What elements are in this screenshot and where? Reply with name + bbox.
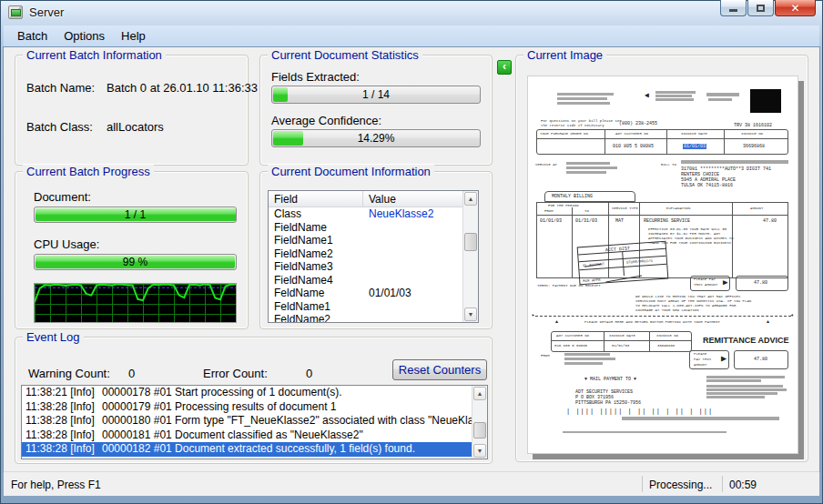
scrollbar-thumb[interactable] [464,233,477,251]
doc-amount-header: AMOUNT [750,207,763,211]
doc-invoice-no: 36696868 [743,144,765,149]
menu-batch[interactable]: Batch [9,26,56,45]
redacted-logo [750,89,781,113]
field-cell: FeldName1 [269,300,363,314]
value-cell: 01/01/03 [363,287,417,300]
fields-extracted-label: Fields Extracted: [271,70,360,84]
app-icon [8,5,23,19]
scroll-down-icon[interactable]: ▼ [464,307,477,321]
scroll-down-icon[interactable]: ▼ [473,444,486,458]
value-cell: NeueKlasse2 [363,207,439,221]
scrollbar-thumb[interactable] [473,422,486,438]
batch-name-label: Batch Name: [26,81,95,95]
doc-customer-no: 010 805 5 08085 [554,344,587,348]
doc-explanation-header: EXPLANATION [666,207,690,211]
table-row[interactable]: FeldName1 [269,300,462,314]
table-row[interactable]: FieldName [269,221,462,235]
field-cell: FieldName2 [269,247,363,261]
value-cell [363,300,374,314]
event-log-title: Event Log [23,330,84,344]
batch-class-value: allLocators [107,120,164,134]
status-help-text: For help, Press F1 [5,476,107,493]
field-cell: FeldName [269,287,363,300]
log-scrollbar[interactable]: ▲ ▼ [472,386,487,459]
doc-pay-box: PLEASE [694,352,706,357]
doc-col-header: INVOICE DATE [609,334,635,338]
menu-help[interactable]: Help [113,26,154,45]
doc-period-header: FOR THE PERIOD [548,204,579,208]
table-row[interactable]: FieldName2 [269,247,462,261]
avg-confidence-label: Average Confidence: [271,114,381,127]
table-row[interactable]: FieldName4 [269,274,462,287]
log-time: 11:38:28 [Info] [22,428,98,443]
column-field[interactable]: Field [269,191,363,207]
table-row[interactable]: FeldName2 [269,313,462,322]
arrow-up-icon: ▲ [767,319,769,325]
doc-pay-box: PAY THIS [694,358,711,362]
error-count-label: Error Count: [203,367,268,380]
doc-invoice-no: 36696868 [657,344,675,348]
log-entry-selected[interactable]: 11:38:28 [Info]00000182 #01 Document ext… [22,442,487,457]
fields-extracted-progressbar: 1 / 14 [271,86,481,104]
table-body: ClassNeueKlasse2 FieldName FieldName1 Fi… [269,207,462,322]
log-entry[interactable]: 11:38:28 [Info]00000180 #01 Form type "F… [22,414,487,428]
doc-col-header: INVOICE NO [741,132,763,136]
field-cell: FeldName2 [269,313,363,322]
collapse-panel-button[interactable]: ‹ [497,60,512,75]
status-processing-text: Processing... [644,476,717,493]
document-progress-value: 1 / 1 [35,207,236,222]
doc-row-amount: 47.80 [763,218,777,224]
doc-service-at: SERVICE AT [535,163,557,167]
doc-amount: 47.80 [754,280,767,286]
scroll-up-icon[interactable]: ▲ [464,192,477,206]
log-message: 00000182 #01 Document extracted successf… [98,442,415,457]
doc-col-header: ADT CUSTOMER NO [615,132,648,136]
doc-bill-to: BILL TO [661,163,676,167]
table-row[interactable]: ClassNeueKlasse2 [269,207,462,221]
client-area: Current Batch Information Batch Name: Ba… [4,47,819,471]
doc-invoice-date: 01/01/03 [612,344,629,348]
table-scrollbar[interactable]: ▲ ▼ [462,191,478,322]
value-cell [363,247,374,261]
doc-pay-box: AMOUNT [694,363,706,368]
arrow-right-icon: ▶ [721,354,726,366]
title-bar[interactable]: Server ✕ [0,0,823,25]
column-value[interactable]: Value [363,191,401,207]
doc-col-header: YOUR PURCHASE ORDER NO [540,132,588,136]
scroll-up-icon[interactable]: ▲ [473,387,486,400]
doc-remind-note: WE WOULD LIKE TO REMIND YOU THAT ADT HAS… [635,295,752,313]
batch-progress-title: Current Batch Progress [23,165,154,178]
log-entry[interactable]: 11:38:28 [Info]00000181 #01 Document cla… [22,428,487,443]
doc-customer-no: 010 805 5 08085 [613,144,654,149]
log-entry[interactable]: 11:38:28 [Info]00000179 #01 Processing r… [22,400,487,415]
fields-table[interactable]: Field Value ClassNeueKlasse2 FieldName F… [268,190,479,323]
event-log-list[interactable]: 11:38:21 [Info]00000178 #01 Start proces… [21,385,488,459]
field-cell: Class [269,207,363,221]
log-entry[interactable]: 11:38:21 [Info]00000178 #01 Start proces… [22,386,487,400]
close-button[interactable]: ✕ [775,0,816,16]
doc-pay-box: THIS AMOUNT [694,283,717,287]
current-image-group: Current Image ◀ For questions on your bi… [515,55,808,462]
table-row[interactable]: FeldName01/01/03 [269,287,462,300]
warning-count-value: 0 [128,367,135,380]
minimize-button[interactable] [720,0,747,16]
field-cell: FieldName1 [269,234,363,247]
log-message: 00000179 #01 Processing results of docum… [98,400,337,415]
menu-options[interactable]: Options [56,26,113,45]
doc-service-type-header: SERVICE TYPE [612,207,638,211]
document-preview: ◀ For questions on your bill please see … [527,76,798,454]
doc-mail-payment-to: ▼ MAIL PAYMENT TO ▼ [584,377,636,382]
current-image-title: Current Image [523,48,606,62]
doc-monthly-billing: MONTHLY BILLING [552,194,593,199]
maximize-button[interactable] [747,0,774,16]
cpu-history-graph [34,283,237,323]
table-row[interactable]: FieldName1 [269,234,462,247]
doc-info-group: Current Document Information Field Value… [259,171,493,329]
table-header[interactable]: Field Value [269,191,462,207]
table-row[interactable]: FieldName3 [269,260,462,274]
avg-confidence-value: 14.29% [272,130,480,146]
arrow-right-icon: ▸ [532,312,535,319]
reset-counters-button[interactable]: Reset Counters [392,359,487,380]
error-count-value: 0 [306,367,312,380]
field-cell: FieldName4 [269,274,363,287]
